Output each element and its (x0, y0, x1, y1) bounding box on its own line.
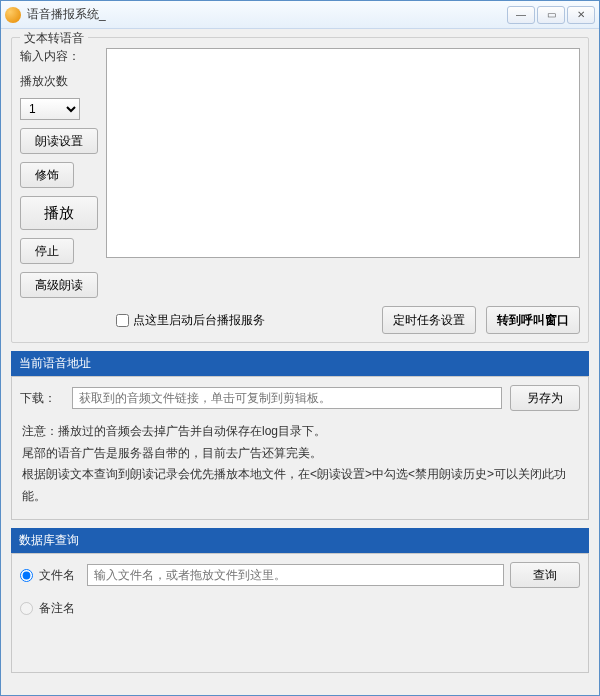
tts-group: 文本转语音 输入内容： 播放次数 1 朗读设置 修饰 播放 停止 高级朗读 (11, 37, 589, 343)
query-button[interactable]: 查询 (510, 562, 580, 588)
download-label: 下载： (20, 390, 64, 407)
note-line-2: 尾部的语音广告是服务器自带的，目前去广告还算完美。 (22, 443, 578, 465)
filename-radio[interactable] (20, 569, 33, 582)
minimize-button[interactable]: — (507, 6, 535, 24)
play-count-select[interactable]: 1 (20, 98, 80, 120)
maximize-button[interactable]: ▭ (537, 6, 565, 24)
play-button[interactable]: 播放 (20, 196, 98, 230)
save-as-button[interactable]: 另存为 (510, 385, 580, 411)
background-service-label: 点这里启动后台播报服务 (133, 312, 265, 329)
db-query-panel: 文件名 查询 备注名 (11, 553, 589, 673)
play-count-label: 播放次数 (20, 73, 98, 90)
advanced-read-button[interactable]: 高级朗读 (20, 272, 98, 298)
read-settings-button[interactable]: 朗读设置 (20, 128, 98, 154)
tts-left-column: 输入内容： 播放次数 1 朗读设置 修饰 播放 停止 高级朗读 (20, 48, 98, 298)
background-service-checkbox-row: 点这里启动后台播报服务 (116, 312, 372, 329)
filename-radio-label: 文件名 (39, 567, 75, 584)
voice-url-panel: 下载： 另存为 注意：播放过的音频会去掉广告并自动保存在log目录下。 尾部的语… (11, 376, 589, 520)
timer-task-button[interactable]: 定时任务设置 (382, 306, 476, 334)
input-label: 输入内容： (20, 48, 98, 65)
decorate-button[interactable]: 修饰 (20, 162, 74, 188)
voice-url-header: 当前语音地址 (11, 351, 589, 376)
window-title: 语音播报系统_ (27, 6, 505, 23)
switch-call-window-button[interactable]: 转到呼叫窗口 (486, 306, 580, 334)
remark-radio (20, 602, 33, 615)
close-button[interactable]: ✕ (567, 6, 595, 24)
download-url-input[interactable] (72, 387, 502, 409)
window-controls: — ▭ ✕ (505, 6, 595, 24)
client-area: 文本转语音 输入内容： 播放次数 1 朗读设置 修饰 播放 停止 高级朗读 (1, 29, 599, 695)
app-icon (5, 7, 21, 23)
tts-legend: 文本转语音 (20, 30, 88, 47)
app-window: 语音播报系统_ — ▭ ✕ 文本转语音 输入内容： 播放次数 1 朗读设置 修饰… (0, 0, 600, 696)
remark-radio-label: 备注名 (39, 600, 75, 617)
db-query-header: 数据库查询 (11, 528, 589, 553)
voice-notes: 注意：播放过的音频会去掉广告并自动保存在log目录下。 尾部的语音广告是服务器自… (20, 417, 580, 511)
stop-button[interactable]: 停止 (20, 238, 74, 264)
titlebar: 语音播报系统_ — ▭ ✕ (1, 1, 599, 29)
note-line-1: 注意：播放过的音频会去掉广告并自动保存在log目录下。 (22, 421, 578, 443)
tts-input-textarea[interactable] (106, 48, 580, 258)
filename-input[interactable] (87, 564, 504, 586)
background-service-checkbox[interactable] (116, 314, 129, 327)
note-line-3: 根据朗读文本查询到朗读记录会优先播放本地文件，在<朗读设置>中勾选<禁用朗读历史… (22, 464, 578, 507)
